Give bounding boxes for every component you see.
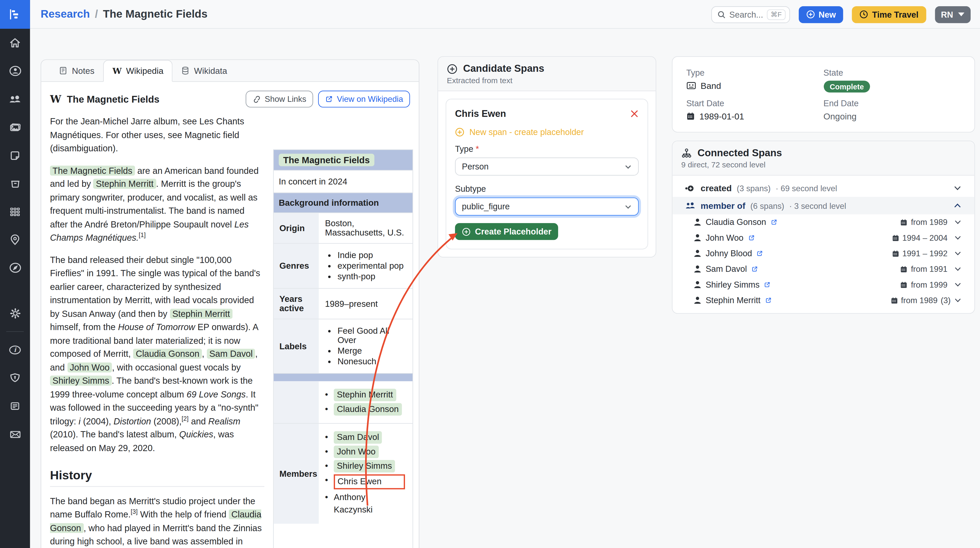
relation-group-member-of[interactable]: member of (6 spans) · 3 second level xyxy=(673,197,974,214)
labels-list: Feel Good All OverMergeNonesuch xyxy=(325,325,409,367)
member-date: from 1989 xyxy=(901,295,937,305)
close-icon[interactable] xyxy=(630,109,639,118)
connected-member-row[interactable]: John Woo1994 – 2004 xyxy=(673,230,974,246)
member-name: John Woo xyxy=(706,233,743,243)
sidebar-item-places[interactable] xyxy=(0,226,30,254)
search-input[interactable]: Search... ⌘F xyxy=(711,6,790,23)
chevron-down-icon xyxy=(625,163,632,170)
avatar: RN xyxy=(941,10,953,19)
connected-member-row[interactable]: Sam Davolfrom 1991 xyxy=(673,261,974,277)
person-icon xyxy=(694,265,701,273)
sidebar-item-media[interactable] xyxy=(0,113,30,141)
envelope-icon xyxy=(8,428,22,440)
subtype-select[interactable]: public_figure xyxy=(455,197,639,216)
external-link-icon[interactable] xyxy=(748,235,755,241)
end-date-value: Ongoing xyxy=(824,111,961,121)
tab-wikipedia[interactable]: W Wikipedia xyxy=(103,60,173,82)
chevron-down-icon[interactable] xyxy=(954,218,962,226)
sidebar-item-apps[interactable] xyxy=(0,197,30,226)
sidebar-item-people[interactable] xyxy=(0,85,30,113)
start-date-value: 1989-01-01 xyxy=(686,111,823,121)
sidebar: i xyxy=(0,0,30,548)
sidebar-item-notes[interactable] xyxy=(0,141,30,170)
connected-member-row[interactable]: Claudia Gonsonfrom 1989 xyxy=(673,214,974,230)
external-link-icon[interactable] xyxy=(765,297,772,304)
infobox-row-genres: Genres Indie popexperimental popsynth-po… xyxy=(274,243,412,288)
sidebar-divider xyxy=(6,331,24,332)
created-relation-icon xyxy=(685,184,696,192)
infobox-section-header: Background information xyxy=(274,192,412,213)
relation-group-created[interactable]: created (3 spans) · 69 second level xyxy=(673,179,974,197)
view-on-wikipedia-button[interactable]: View on Wikipedia xyxy=(318,91,410,108)
tab-wikidata[interactable]: Wikidata xyxy=(173,60,236,81)
connected-spans-card: Connected Spans 9 direct, 72 second leve… xyxy=(672,141,975,314)
shield-icon xyxy=(9,372,21,384)
search-icon xyxy=(718,10,725,18)
plus-circle-icon xyxy=(447,64,458,74)
wikipedia-card: Notes W Wikipedia Wikidata W The Magneti… xyxy=(41,59,420,548)
person-icon xyxy=(694,296,701,304)
external-link-icon[interactable] xyxy=(756,250,764,257)
panel-title: Connected Spans xyxy=(698,148,782,159)
member-name: Stephin Merritt xyxy=(706,295,760,305)
chevron-down-icon[interactable] xyxy=(954,281,962,289)
time-travel-button[interactable]: Time Travel xyxy=(852,6,926,23)
document-lines-icon xyxy=(9,400,21,412)
external-link-icon[interactable] xyxy=(751,265,758,273)
member-date: 1994 – 2004 xyxy=(902,233,947,243)
calendar-icon xyxy=(900,218,908,226)
chevron-down-icon[interactable] xyxy=(954,234,962,242)
tab-notes[interactable]: Notes xyxy=(50,60,103,81)
wikipedia-w-icon: W xyxy=(50,93,61,105)
member-date: 1991 – 1992 xyxy=(902,249,947,258)
sidebar-item-security[interactable] xyxy=(0,364,30,392)
apps-grid-icon xyxy=(9,205,21,218)
wikipedia-w-icon: W xyxy=(113,66,121,76)
candidate-spans-panel: Candidate Spans Extracted from text Chri… xyxy=(438,56,656,257)
sidebar-item-info[interactable]: i xyxy=(0,335,30,364)
wiki-article-text: For the Jean-Michel Jarre album, see Les… xyxy=(50,115,264,548)
calendar-icon xyxy=(892,234,899,241)
band-icon xyxy=(686,81,696,90)
chevron-up-icon xyxy=(953,201,962,210)
person-icon xyxy=(694,281,701,289)
sidebar-item-documents[interactable] xyxy=(0,392,30,420)
show-links-button[interactable]: Show Links xyxy=(245,91,313,108)
sidebar-item-settings[interactable] xyxy=(0,299,30,327)
status-badge: Complete xyxy=(824,81,870,92)
new-button[interactable]: New xyxy=(799,6,843,23)
member-list-item: •Sam Davol xyxy=(325,431,409,443)
chevron-down-icon[interactable] xyxy=(954,249,962,257)
chevron-down-icon[interactable] xyxy=(954,265,962,273)
calendar-icon xyxy=(890,296,898,304)
sidebar-item-mail[interactable] xyxy=(0,420,30,448)
chevron-down-icon xyxy=(958,13,964,16)
sidebar-item-explore[interactable] xyxy=(0,254,30,282)
connected-member-row[interactable]: Johny Blood1991 – 1992 xyxy=(673,246,974,261)
create-placeholder-button[interactable]: Create Placeholder xyxy=(455,223,558,240)
connected-member-row[interactable]: Shirley Simmsfrom 1999 xyxy=(673,277,974,292)
members-list: •Sam Davol•John Woo•Shirley Simms•Chris … xyxy=(319,424,412,524)
chevron-down-icon[interactable] xyxy=(954,296,962,304)
gear-icon xyxy=(8,307,22,320)
external-link-icon[interactable] xyxy=(764,281,771,288)
hierarchy-icon xyxy=(681,148,692,158)
member-of-rows: Claudia Gonsonfrom 1989John Woo1994 – 20… xyxy=(673,214,974,308)
person-circle-icon xyxy=(8,64,22,78)
member-name: Johny Blood xyxy=(706,249,752,258)
external-link-icon[interactable] xyxy=(771,219,778,226)
sidebar-item-home[interactable] xyxy=(0,29,30,57)
span-details-card: Type Band State Complete Start Date xyxy=(672,56,975,132)
breadcrumb-section-link[interactable]: Research xyxy=(41,8,90,21)
avatar-menu-button[interactable]: RN xyxy=(935,6,970,23)
app-logo[interactable] xyxy=(0,0,30,29)
source-tabs: Notes W Wikipedia Wikidata xyxy=(41,60,419,82)
calendar-icon xyxy=(686,112,695,121)
sidebar-item-profile[interactable] xyxy=(0,57,30,85)
connected-member-row[interactable]: Stephin Merrittfrom 1989(3) xyxy=(673,292,974,308)
clock-icon xyxy=(860,10,869,19)
new-span-action[interactable]: New span - create placeholder xyxy=(455,127,639,137)
sidebar-item-archive[interactable] xyxy=(0,170,30,198)
type-select[interactable]: Person xyxy=(455,157,639,176)
svg-text:i: i xyxy=(14,346,17,353)
